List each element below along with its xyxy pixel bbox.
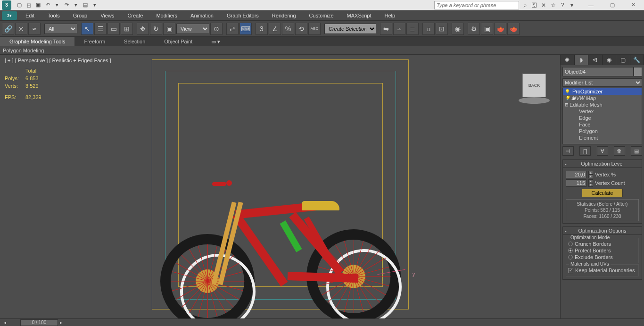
viewport[interactable]: [ + ] [ Perspective ] [ Realistic + Edge…	[0, 55, 560, 318]
app-menu-icon[interactable]: 3▾	[2, 11, 17, 20]
make-unique-icon[interactable]: ∀	[597, 146, 608, 156]
qat-more-icon[interactable]: ▾	[91, 1, 99, 9]
rollout-head-optlevel[interactable]: -Optimization Level	[563, 160, 642, 168]
viewcube-compass[interactable]	[519, 97, 550, 104]
ribbon-minimize-icon[interactable]: ▭ ▾	[211, 39, 220, 45]
radio-protect[interactable]: Protect Borders	[568, 248, 636, 253]
stack-element[interactable]: Element	[563, 134, 642, 141]
search-icon[interactable]: ⌕	[521, 1, 528, 9]
vcnt-dn[interactable]: ▼	[588, 183, 593, 187]
mirror-icon[interactable]: ⇋	[380, 23, 392, 35]
pivot-icon[interactable]: ⊙	[210, 23, 223, 35]
stack-editablemesh[interactable]: ⊟Editable Mesh	[563, 101, 642, 108]
tab-hierarchy-icon[interactable]: ⩤	[588, 55, 603, 65]
close-button[interactable]: ✕	[623, 0, 644, 10]
undo-icon[interactable]: ↶	[43, 1, 52, 9]
stack-polygon[interactable]: Polygon	[563, 128, 642, 134]
key-icon[interactable]: ⚿	[530, 1, 538, 9]
stack-uvwmap[interactable]: 💡 ▣UVW Map	[563, 95, 642, 101]
menu-animation[interactable]: Animation	[184, 10, 220, 21]
chk-keep-material[interactable]: ✓Keep Material Boundaries	[568, 267, 636, 273]
configure-sets-icon[interactable]: ▤	[631, 146, 642, 156]
render-frame-icon[interactable]: ▣	[481, 23, 493, 35]
scale-icon[interactable]: ▣	[163, 23, 175, 35]
project-icon[interactable]: ▤	[81, 1, 90, 9]
render-prod-icon[interactable]: 🫖	[507, 23, 520, 35]
tab-modify-icon[interactable]: ◗	[575, 55, 589, 65]
stack-prooptimizer[interactable]: 💡ProOptimizer	[563, 88, 642, 95]
help-drop-icon[interactable]: ▾	[568, 1, 576, 9]
new-icon[interactable]: ▢	[15, 1, 24, 9]
material-editor-icon[interactable]: ◉	[452, 23, 464, 35]
save-icon[interactable]: ▣	[34, 1, 42, 9]
select-icon[interactable]: ↖	[81, 23, 93, 35]
vertex-count-input[interactable]	[566, 179, 586, 187]
menu-rendering[interactable]: Rendering	[265, 10, 303, 21]
render-setup-icon[interactable]: ⚙	[468, 23, 480, 35]
menu-customize[interactable]: Customize	[303, 10, 340, 21]
select-name-icon[interactable]: ☰	[94, 23, 107, 35]
radio-exclude[interactable]: Exclude Borders	[568, 254, 636, 260]
app-icon[interactable]: 3	[2, 0, 11, 10]
tab-create-icon[interactable]: ✺	[561, 55, 575, 65]
maximize-button[interactable]: ▢	[602, 0, 623, 10]
tab-graphite[interactable]: Graphite Modeling Tools	[0, 37, 74, 46]
menu-edit[interactable]: Edit	[19, 10, 41, 21]
remove-modifier-icon[interactable]: 🗑	[614, 146, 625, 156]
modifier-list-dropdown[interactable]: Modifier List	[562, 78, 642, 87]
tab-selection[interactable]: Selection	[115, 37, 155, 46]
open-icon[interactable]: ⌸	[25, 1, 33, 9]
unlink-icon[interactable]: ⤫	[15, 23, 27, 35]
time-slider[interactable]: ◂ 0 / 100 ▸	[0, 319, 198, 326]
redo-icon[interactable]: ↷	[62, 1, 71, 9]
menu-grapheditors[interactable]: Graph Editors	[220, 10, 265, 21]
modifier-stack[interactable]: 💡ProOptimizer 💡 ▣UVW Map ⊟Editable Mesh …	[562, 88, 642, 144]
keyboard-shortcut-icon[interactable]: ⌨	[239, 23, 252, 35]
minimize-button[interactable]: —	[580, 0, 602, 10]
viewcube[interactable]: BACK	[522, 74, 546, 97]
show-end-result-icon[interactable]: ∏	[579, 146, 591, 156]
tab-motion-icon[interactable]: ◉	[603, 55, 617, 65]
named-selection[interactable]: Create Selection Se	[324, 24, 376, 34]
snap-3d-icon[interactable]: 3	[256, 23, 268, 35]
vertex-percent-input[interactable]	[566, 171, 586, 178]
stack-face[interactable]: Face	[563, 121, 642, 128]
vcnt-up[interactable]: ▲	[588, 179, 593, 183]
tab-freeform[interactable]: Freeform	[74, 37, 115, 46]
exchange-icon[interactable]: ✕	[540, 1, 547, 9]
redo-drop-icon[interactable]: ▾	[72, 1, 80, 9]
radio-crunch[interactable]: Crunch Borders	[568, 241, 636, 247]
viewport-label[interactable]: [ + ] [ Perspective ] [ Realistic + Edge…	[5, 58, 111, 63]
snap-angle-icon[interactable]: ∠	[269, 23, 281, 35]
region-rect-icon[interactable]: ▭	[107, 23, 120, 35]
stack-vertex[interactable]: Vertex	[563, 108, 642, 115]
snap-abc-icon[interactable]: ABC	[308, 23, 321, 35]
menu-help[interactable]: Help	[378, 10, 402, 21]
manip-icon[interactable]: ⇄	[226, 23, 239, 35]
help-search-input[interactable]	[434, 1, 519, 9]
bind-icon[interactable]: ≈	[28, 23, 41, 35]
calculate-button[interactable]: Calculate	[582, 189, 623, 197]
move-icon[interactable]: ✥	[137, 23, 149, 35]
render-icon[interactable]: 🫖	[494, 23, 506, 35]
tab-utilities-icon[interactable]: 🔧	[630, 55, 644, 65]
window-cross-icon[interactable]: ⊞	[121, 23, 133, 35]
schematic-icon[interactable]: ⊡	[436, 23, 448, 35]
menu-maxscript[interactable]: MAXScript	[340, 10, 378, 21]
align-icon[interactable]: ⫨	[393, 23, 405, 35]
link-icon[interactable]: 🔗	[2, 23, 14, 35]
object-name-input[interactable]	[562, 67, 634, 76]
ribbon-panel-label[interactable]: Polygon Modeling	[3, 48, 44, 53]
stack-edge[interactable]: Edge	[563, 115, 642, 121]
undo-drop-icon[interactable]: ▾	[53, 1, 61, 9]
rotate-icon[interactable]: ↻	[150, 23, 162, 35]
pin-stack-icon[interactable]: ⊣	[562, 146, 574, 156]
object-color-swatch[interactable]	[634, 67, 642, 76]
snap-percent-icon[interactable]: %	[282, 23, 294, 35]
help-icon[interactable]: ?	[559, 1, 566, 9]
tab-display-icon[interactable]: ▢	[616, 55, 630, 65]
vpct-dn[interactable]: ▼	[588, 175, 593, 178]
menu-group[interactable]: Group	[66, 10, 94, 21]
menu-tools[interactable]: Tools	[41, 10, 66, 21]
favorite-icon[interactable]: ☆	[549, 1, 557, 9]
